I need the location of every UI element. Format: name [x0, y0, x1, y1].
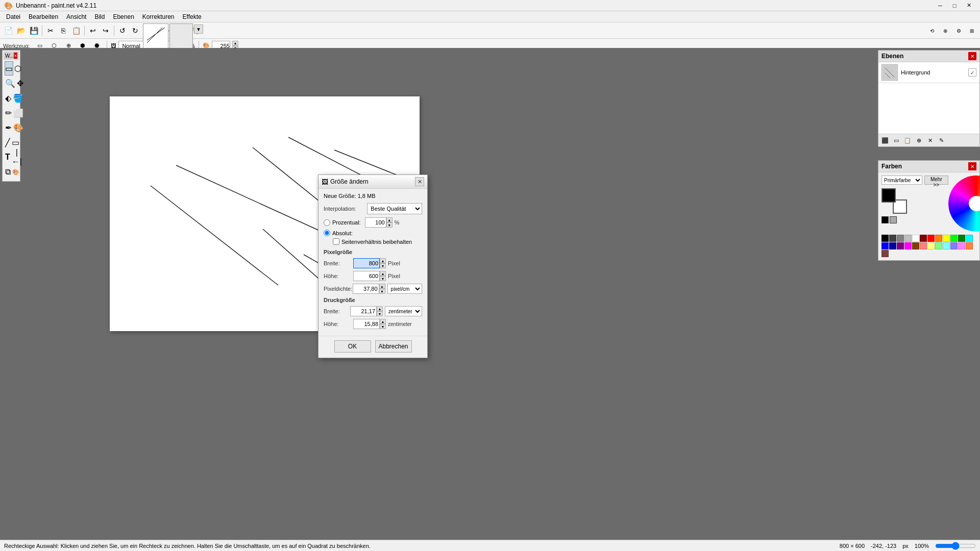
layer-tool-1[interactable]: ⬛: [880, 136, 890, 145]
pixeldichte-down[interactable]: ▼: [379, 289, 385, 294]
druck-hoehe-input[interactable]: [353, 319, 380, 329]
layer-tool-2[interactable]: ▭: [891, 136, 901, 145]
prozentual-radio[interactable]: [324, 219, 330, 226]
small-swatch-1[interactable]: [881, 216, 889, 223]
ok-button[interactable]: OK: [334, 340, 371, 353]
recolor-tool[interactable]: 🎨: [13, 120, 24, 135]
palette-swatch[interactable]: [912, 242, 919, 249]
pixel-hoehe-down[interactable]: ▼: [380, 276, 386, 281]
thumb-tab-2[interactable]: [169, 23, 193, 50]
thumb-tab-1[interactable]: [143, 23, 168, 50]
pencil-tool[interactable]: ✒: [5, 120, 12, 135]
palette-swatch[interactable]: [881, 242, 889, 249]
pixeldichte-unit-select[interactable]: pixel/cm pixel/in: [387, 284, 422, 294]
ruler2-tool[interactable]: |←|: [11, 150, 22, 164]
pixel-breite-up[interactable]: ▲: [380, 258, 386, 263]
dialog-titlebar[interactable]: 🖼 Größe ändern ✕: [318, 175, 427, 189]
palette-swatch[interactable]: [920, 242, 927, 249]
druck-breite-down[interactable]: ▼: [377, 311, 383, 316]
rotate-ccw-button[interactable]: ↺: [116, 24, 129, 37]
layer-visibility-check[interactable]: ✓: [968, 68, 976, 77]
magic-wand-tool[interactable]: ⬖: [5, 91, 12, 105]
text-tool[interactable]: T: [5, 150, 11, 164]
new-button[interactable]: 📄: [2, 24, 14, 37]
colors-close-button[interactable]: ✕: [968, 162, 976, 170]
palette-swatch[interactable]: [881, 235, 889, 242]
color2-tool[interactable]: 🎨: [12, 165, 20, 179]
palette-swatch[interactable]: [897, 235, 904, 242]
pixel-breite-down[interactable]: ▼: [380, 263, 386, 268]
shapes-tool[interactable]: ▭: [11, 135, 20, 149]
palette-swatch[interactable]: [881, 250, 889, 257]
color-up[interactable]: ▲: [232, 41, 238, 46]
palette-swatch[interactable]: [897, 242, 904, 249]
menu-effekte[interactable]: Effekte: [179, 12, 206, 21]
pixeldichte-input[interactable]: [353, 284, 379, 294]
more-colors-button[interactable]: Mehr >>: [924, 176, 948, 185]
menu-bild[interactable]: Bild: [90, 12, 109, 21]
menu-ansicht[interactable]: Ansicht: [62, 12, 90, 21]
small-swatch-2[interactable]: [890, 216, 897, 223]
druck-breite-up[interactable]: ▲: [377, 306, 383, 311]
layer-tool-6[interactable]: ✎: [936, 136, 946, 145]
toolbox-close[interactable]: ✕: [14, 53, 17, 59]
maximize-button[interactable]: □: [947, 0, 962, 11]
menu-korrekturen[interactable]: Korrekturen: [138, 12, 179, 21]
zoom-slider[interactable]: [935, 542, 976, 550]
nav-btn-1[interactable]: ⟲: [926, 24, 938, 37]
layer-tool-3[interactable]: 📋: [902, 136, 913, 145]
palette-swatch[interactable]: [950, 242, 958, 249]
palette-swatch[interactable]: [958, 242, 965, 249]
palette-swatch[interactable]: [966, 242, 973, 249]
layer-item-hintergrund[interactable]: Hintergrund ✓: [878, 62, 979, 83]
palette-swatch[interactable]: [904, 242, 912, 249]
layer-tool-5[interactable]: ✕: [925, 136, 935, 145]
dialog-close-button[interactable]: ✕: [415, 177, 424, 186]
palette-swatch[interactable]: [927, 242, 935, 249]
palette-swatch[interactable]: [927, 235, 935, 242]
cut-button[interactable]: ✂: [44, 24, 57, 37]
menu-datei[interactable]: Datei: [2, 12, 24, 21]
clone-tool[interactable]: ⧉: [5, 165, 11, 179]
undo-button[interactable]: ↩: [87, 24, 99, 37]
layer-tool-4[interactable]: ⊕: [914, 136, 924, 145]
move-tool[interactable]: ✥: [16, 76, 24, 90]
pixel-breite-input[interactable]: [353, 258, 380, 268]
palette-swatch[interactable]: [958, 235, 965, 242]
paste-button[interactable]: 📋: [70, 24, 82, 37]
interpolation-select[interactable]: Beste Qualität Bilinear Bikubisch Keine: [367, 203, 422, 214]
druck-hoehe-up[interactable]: ▲: [380, 319, 386, 324]
minimize-button[interactable]: ─: [933, 0, 947, 11]
copy-button[interactable]: ⎘: [57, 24, 69, 37]
palette-swatch[interactable]: [950, 235, 958, 242]
color-type-select[interactable]: Primärfarbe: [881, 176, 922, 185]
druck-hoehe-down[interactable]: ▼: [380, 324, 386, 329]
save-button[interactable]: 💾: [28, 24, 40, 37]
select-lasso-tool[interactable]: ⬡: [14, 61, 22, 76]
open-button[interactable]: 📂: [15, 24, 27, 37]
line-tool[interactable]: ╱: [5, 135, 11, 149]
pixeldichte-up[interactable]: ▲: [379, 284, 385, 289]
palette-swatch[interactable]: [920, 235, 927, 242]
palette-swatch[interactable]: [943, 235, 950, 242]
seitenverhaeltnis-checkbox[interactable]: [333, 238, 339, 245]
zoom-tool[interactable]: 🔍: [5, 76, 16, 90]
layers-close-button[interactable]: ✕: [968, 52, 976, 60]
absolut-radio[interactable]: [324, 230, 330, 236]
palette-swatch[interactable]: [935, 242, 942, 249]
nav-btn-2[interactable]: ⊕: [939, 24, 951, 37]
palette-swatch[interactable]: [889, 242, 896, 249]
thumb-dropdown-btn[interactable]: ▼: [194, 24, 203, 34]
eraser-tool[interactable]: ⬜: [13, 106, 24, 120]
menu-ebenen[interactable]: Ebenen: [109, 12, 138, 21]
select-rect-tool[interactable]: ▭: [5, 61, 13, 76]
druck-breite-input[interactable]: [350, 306, 377, 316]
pixel-hoehe-input[interactable]: [353, 271, 380, 281]
redo-button[interactable]: ↪: [100, 24, 112, 37]
close-button[interactable]: ✕: [962, 0, 976, 11]
foreground-color-swatch[interactable]: [881, 188, 896, 203]
brush-tool[interactable]: ✏: [5, 106, 12, 120]
palette-swatch[interactable]: [904, 235, 912, 242]
palette-swatch[interactable]: [889, 235, 896, 242]
pixel-hoehe-up[interactable]: ▲: [380, 271, 386, 276]
